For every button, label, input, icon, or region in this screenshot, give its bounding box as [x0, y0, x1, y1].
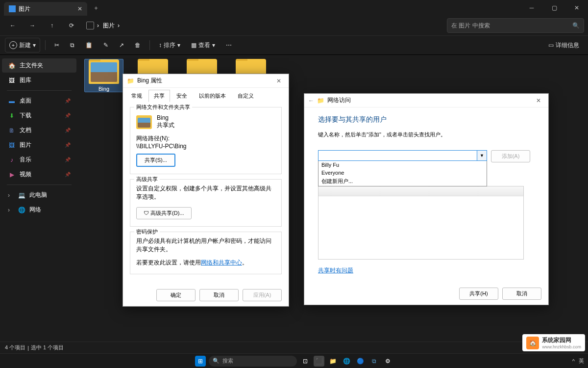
group-legend: 网络文件和文件夹共享: [134, 104, 192, 111]
downloads-icon: ⬇: [8, 112, 16, 120]
user-input[interactable]: [318, 150, 477, 161]
gallery-icon: 🖼: [8, 77, 16, 84]
copy-button[interactable]: ⧉: [66, 38, 78, 53]
task-view-button[interactable]: ⊡: [300, 356, 311, 367]
network-center-link[interactable]: 网络和共享中心: [201, 259, 242, 266]
sidebar-item-pictures[interactable]: 🖼图片📌: [2, 138, 76, 152]
dialog-close-button[interactable]: ✕: [533, 97, 544, 104]
group-legend: 高级共享: [134, 176, 160, 183]
tab-security[interactable]: 安全: [171, 90, 193, 102]
breadcrumb[interactable]: › 图片›: [86, 22, 120, 30]
window-tab[interactable]: 图片 ✕: [4, 2, 87, 16]
password-group: 密码保护 用户必须具有此计算机的用户帐户和密码，才能访问共享文件夹。 若要更改此…: [130, 232, 282, 274]
taskbar-search[interactable]: 🔍搜索: [209, 356, 297, 367]
videos-icon: ▶: [8, 171, 16, 179]
user-listbox[interactable]: [318, 186, 524, 260]
combo-dropdown-button[interactable]: ▼: [477, 150, 487, 161]
folder-icon: 📁: [127, 78, 134, 84]
cut-button[interactable]: ✂: [50, 38, 63, 53]
status-count: 4 个项目: [5, 344, 25, 351]
network-path: \\BILLYFU-PC\Bing: [136, 143, 275, 150]
breadcrumb-pictures[interactable]: 图片: [103, 22, 115, 30]
share-confirm-button[interactable]: 共享(H): [459, 288, 498, 300]
start-button[interactable]: ⊞: [195, 356, 206, 367]
paste-button[interactable]: 📋: [81, 38, 97, 53]
dialog-titlebar[interactable]: 📁 Bing 属性 ✕: [123, 74, 289, 88]
taskbar-app[interactable]: 🔵: [355, 356, 366, 367]
more-button[interactable]: ⋯: [222, 38, 236, 53]
dropdown-option[interactable]: Billy Fu: [318, 161, 487, 169]
back-button[interactable]: ←: [4, 18, 22, 33]
refresh-button[interactable]: ⟳: [63, 18, 80, 33]
music-icon: ♪: [8, 156, 16, 164]
cancel-button[interactable]: 取消: [199, 289, 239, 301]
delete-button[interactable]: 🗑: [131, 38, 145, 53]
dropdown-option[interactable]: 创建新用户...: [318, 177, 487, 186]
close-button[interactable]: ✕: [565, 0, 588, 16]
advanced-share-button[interactable]: 🛡 高级共享(D)...: [136, 207, 192, 219]
dialog-titlebar[interactable]: ← 📁 网络访问 ✕: [304, 94, 548, 107]
search-input[interactable]: 在 图片 中搜索 🔍: [447, 18, 584, 33]
sort-button[interactable]: ↕ 排序 ▾: [155, 38, 184, 53]
maximize-button[interactable]: ▢: [543, 0, 565, 16]
up-button[interactable]: ↑: [43, 18, 61, 33]
sidebar-item-gallery[interactable]: 🖼图库: [2, 73, 76, 87]
trouble-link[interactable]: 共享时有问题: [318, 267, 353, 274]
taskbar-app[interactable]: ⧉: [368, 356, 379, 367]
search-icon: 🔍: [572, 22, 580, 29]
cancel-button[interactable]: 取消: [502, 288, 541, 300]
folder-item-bing[interactable]: Bing: [84, 59, 123, 92]
view-button[interactable]: ▦ 查看 ▾: [187, 38, 219, 53]
search-icon: 🔍: [213, 358, 220, 364]
sidebar-item-home[interactable]: 🏠主文件夹: [2, 58, 76, 73]
sidebar-item-downloads[interactable]: ⬇下载📌: [2, 108, 76, 123]
new-button[interactable]: +新建▾: [5, 38, 40, 53]
new-tab-button[interactable]: ＋: [91, 2, 101, 14]
advanced-share-group: 高级共享 设置自定义权限，创建多个共享，并设置其他高级共享选项。 🛡 高级共享(…: [130, 179, 282, 227]
password-desc: 用户必须具有此计算机的用户帐户和密码，才能访问共享文件夹。: [136, 237, 275, 254]
ok-button[interactable]: 确定: [156, 289, 196, 301]
documents-icon: 🗎: [8, 127, 16, 134]
dialog-close-button[interactable]: ✕: [273, 78, 285, 84]
back-icon[interactable]: ←: [308, 97, 314, 104]
tab-title: 图片: [19, 5, 30, 13]
sidebar-item-thispc[interactable]: ›💻此电脑: [2, 188, 76, 202]
sidebar-item-desktop[interactable]: ▬桌面📌: [2, 94, 76, 108]
rename-button[interactable]: ✎: [99, 38, 112, 53]
watermark: 🏠 系统家园网 www.hnzkhbsb.com: [522, 334, 585, 351]
apply-button[interactable]: 应用(A): [243, 289, 282, 301]
sidebar-item-network[interactable]: ›🌐网络: [2, 203, 76, 217]
sidebar-item-music[interactable]: ♪音乐📌: [2, 153, 76, 167]
taskbar-app[interactable]: ⬛: [314, 356, 324, 367]
folder-icon: [136, 115, 152, 129]
folder-label: Bing: [98, 86, 109, 92]
tab-custom[interactable]: 自定义: [232, 90, 259, 102]
tab-close-icon[interactable]: ✕: [77, 5, 82, 12]
taskbar: ⊞ 🔍搜索 ⊡ ⬛ 📁 🌐 🔵 ⧉ ⚙ ^ 英: [0, 353, 588, 368]
sidebar-item-documents[interactable]: 🗎文档📌: [2, 123, 76, 137]
window-titlebar: 图片 ✕ ＋ ─ ▢ ✕: [0, 0, 588, 16]
pin-icon: 📌: [65, 157, 71, 162]
forward-button[interactable]: →: [24, 18, 41, 33]
taskbar-app[interactable]: ⚙: [382, 356, 393, 367]
pc-icon: 💻: [18, 191, 25, 199]
toolbar: +新建▾ ✂ ⧉ 📋 ✎ ↗ 🗑 ↕ 排序 ▾ ▦ 查看 ▾ ⋯ ▭ 详细信息: [0, 35, 588, 55]
share-button[interactable]: ↗: [115, 38, 128, 53]
tab-general[interactable]: 常规: [126, 90, 147, 102]
folder-icon: [89, 59, 119, 84]
group-legend: 密码保护: [134, 228, 160, 236]
tab-share[interactable]: 共享: [148, 90, 170, 102]
ime-indicator[interactable]: 英: [579, 357, 584, 365]
tab-previous[interactable]: 以前的版本: [194, 90, 231, 102]
details-button[interactable]: ▭ 详细信息: [544, 38, 583, 53]
share-button[interactable]: 共享(S)...: [136, 154, 175, 167]
add-button[interactable]: 添加(A): [491, 150, 530, 162]
tray-chevron-icon[interactable]: ^: [572, 358, 575, 364]
minimize-button[interactable]: ─: [520, 0, 543, 16]
watermark-text: 系统家园网: [542, 336, 581, 344]
user-combobox[interactable]: ▼: [318, 150, 487, 161]
sidebar-item-videos[interactable]: ▶视频📌: [2, 167, 76, 182]
dropdown-option[interactable]: Everyone: [318, 169, 487, 177]
taskbar-app[interactable]: 🌐: [341, 356, 352, 367]
taskbar-app[interactable]: 📁: [327, 356, 338, 367]
